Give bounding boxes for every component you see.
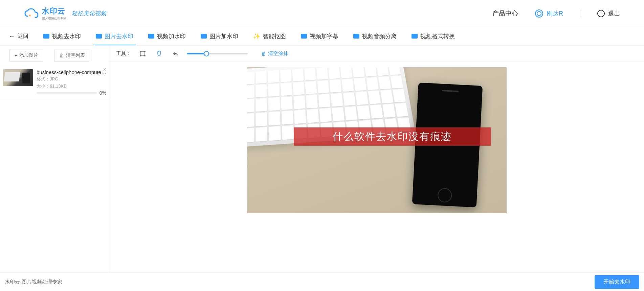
svg-rect-1 (141, 52, 145, 56)
image-canvas[interactable]: 什么软件去水印没有痕迹 (109, 62, 644, 272)
file-size: 大小：61.13KB (37, 83, 106, 89)
tab-image-add-watermark[interactable]: 图片加水印 (198, 27, 241, 45)
file-item[interactable]: × business-cellphone-computer... 格式：JPG … (0, 65, 109, 100)
tab-format-convert[interactable]: 视频格式转换 (409, 27, 458, 45)
undo-tool[interactable] (171, 49, 180, 58)
logo-slogan: 轻松美化视频 (72, 9, 106, 17)
tab-video-subtitle[interactable]: 视频加字幕 (298, 27, 341, 45)
progress-bar (37, 92, 97, 94)
trash-icon: 🗑 (59, 53, 64, 58)
start-remove-watermark-button[interactable]: 开始去水印 (595, 275, 639, 289)
select-rect-icon (140, 51, 146, 57)
tab-label: 视频加字幕 (310, 32, 338, 40)
arrow-left-icon: ← (9, 33, 15, 40)
audio-icon (353, 34, 359, 39)
app-header: 水印云 图片视频处理专家 轻松美化视频 产品中心 刚达R 退出 (0, 0, 644, 27)
footer: 水印云-图片视频处理专家 开始去水印 (0, 272, 644, 291)
slider-thumb[interactable] (204, 51, 209, 56)
subtitle-icon (301, 34, 307, 39)
tab-video-add-watermark[interactable]: 视频加水印 (146, 27, 188, 45)
clear-list-button[interactable]: 🗑 清空列表 (54, 49, 90, 62)
video-add-icon (148, 34, 154, 39)
hand-icon (156, 50, 162, 57)
tab-label: 视频音频分离 (362, 32, 397, 40)
loaded-image[interactable]: 什么软件去水印没有痕迹 (247, 67, 507, 213)
plus-icon: + (15, 53, 17, 58)
footer-brand: 水印云-图片视频处理专家 (5, 279, 62, 285)
user-menu[interactable]: 刚达R (535, 9, 563, 18)
user-name: 刚达R (547, 9, 563, 18)
tab-label: 视频加水印 (157, 32, 186, 40)
main-content: + 添加图片 🗑 清空列表 × business-cellphone-compu… (0, 46, 644, 272)
power-icon (597, 10, 605, 17)
logo-subtitle: 图片视频处理专家 (42, 16, 66, 21)
video-icon (43, 34, 49, 39)
svg-point-2 (140, 51, 141, 52)
clear-smear-button[interactable]: 🗑 清空涂抹 (261, 50, 288, 57)
product-center-link[interactable]: 产品中心 (492, 9, 518, 18)
add-image-button[interactable]: + 添加图片 (9, 49, 43, 62)
watermark-selection[interactable]: 什么软件去水印没有痕迹 (294, 127, 491, 146)
header-divider (580, 9, 580, 18)
image-icon (96, 34, 102, 39)
tab-label: 视频去水印 (52, 32, 81, 40)
logo-area[interactable]: 水印云 图片视频处理专家 轻松美化视频 (24, 6, 106, 21)
file-sidebar: + 添加图片 🗑 清空列表 × business-cellphone-compu… (0, 46, 109, 272)
image-add-icon (201, 34, 207, 39)
svg-point-0 (29, 15, 31, 16)
cloud-logo-icon (24, 8, 39, 19)
trash-icon: 🗑 (261, 51, 266, 56)
tab-smart-cutout[interactable]: ✨ 智能抠图 (250, 27, 289, 45)
remove-file-button[interactable]: × (103, 67, 106, 73)
svg-point-4 (140, 55, 141, 56)
undo-icon (172, 51, 178, 56)
svg-point-5 (144, 55, 146, 56)
tab-image-remove-watermark[interactable]: 图片去水印 (93, 27, 136, 45)
nav-bar: ← 返回 视频去水印 图片去水印 视频加水印 图片加水印 ✨ 智能抠图 视频加字… (0, 27, 644, 46)
svg-point-3 (144, 51, 146, 52)
tab-label: 图片去水印 (105, 32, 133, 40)
tab-label: 视频格式转换 (420, 32, 455, 40)
user-icon (535, 9, 543, 18)
select-tool[interactable] (138, 49, 148, 58)
file-thumbnail (3, 69, 33, 86)
back-label: 返回 (18, 33, 28, 40)
tool-label: 工具： (116, 50, 131, 57)
magic-wand-icon: ✨ (253, 33, 260, 40)
canvas-area: 工具： 🗑 清空涂抹 (109, 46, 644, 272)
back-button[interactable]: ← 返回 (6, 33, 31, 40)
file-format: 格式：JPG (37, 76, 106, 82)
hand-tool[interactable] (154, 49, 164, 58)
logout-button[interactable]: 退出 (597, 9, 620, 18)
logout-label: 退出 (608, 9, 620, 18)
tab-video-remove-watermark[interactable]: 视频去水印 (41, 27, 84, 45)
clear-list-label: 清空列表 (66, 52, 85, 58)
watermark-text: 什么软件去水印没有痕迹 (333, 130, 452, 144)
editor-toolbar: 工具： 🗑 清空涂抹 (109, 46, 644, 62)
tab-label: 图片加水印 (209, 32, 238, 40)
tab-label: 智能抠图 (263, 32, 286, 40)
tab-audio-separate[interactable]: 视频音频分离 (351, 27, 399, 45)
brush-size-slider[interactable] (187, 53, 248, 54)
clear-smear-label: 清空涂抹 (268, 50, 288, 57)
logo-title: 水印云 (42, 6, 66, 16)
add-image-label: 添加图片 (19, 52, 38, 58)
file-name: business-cellphone-computer... (37, 69, 106, 75)
convert-icon (412, 34, 418, 39)
progress-percent: 0% (99, 90, 106, 96)
